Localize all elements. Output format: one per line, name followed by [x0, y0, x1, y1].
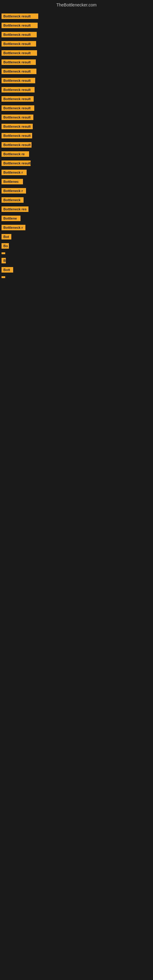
bar-label: Bottleneck result — [2, 142, 32, 148]
bar-label: Bottleneck result — [2, 105, 34, 111]
bar-row: Bott — [0, 265, 153, 274]
bar-label: Bottleneck r — [2, 188, 26, 194]
bar-row: Bottleneck — [0, 196, 153, 205]
bar-row: Bottleneck r — [0, 168, 153, 177]
bar-label: Bottleneck result — [2, 115, 33, 120]
bar-row: Bottleneck result — [0, 21, 153, 30]
bar-label: Bottleneck result — [2, 68, 37, 74]
bar-row: Bottleneck result — [0, 131, 153, 140]
bar-row: Bottleneck result — [0, 30, 153, 39]
bar-label — [2, 276, 5, 278]
bar-row: Bottleneck res — [0, 205, 153, 214]
bar-row — [0, 274, 153, 280]
bar-row: Bottleneck r — [0, 186, 153, 196]
bar-label: Bo — [2, 243, 9, 249]
bar-label: Bottleneck result — [2, 50, 37, 56]
bar-row: Bot — [0, 232, 153, 241]
bar-label: Bottleneck r — [2, 225, 26, 230]
bar-row: Bottleneck result — [0, 94, 153, 103]
bar-row: Bottleneck result — [0, 76, 153, 85]
bar-label: Bottleneck result — [2, 87, 35, 92]
bar-label: Bottleneck result — [2, 133, 32, 138]
bar-row: Bottleneck result — [0, 113, 153, 122]
bar-label: Bottleneck re — [2, 151, 29, 157]
bar-label: Bottleneck res — [2, 207, 29, 212]
bar-row: Bottleneck result — [0, 12, 153, 21]
bar-label: Bottleneck result — [2, 78, 35, 83]
bar-row: B — [0, 256, 153, 265]
bar-label — [2, 252, 5, 254]
site-header: TheBottlenecker.com — [0, 0, 153, 9]
bar-label: Bottleneck result — [2, 161, 30, 166]
bars-container: Bottleneck resultBottleneck resultBottle… — [0, 9, 153, 280]
bar-label: Bottlene — [2, 216, 21, 221]
bar-label: Bottleneck result — [2, 32, 37, 37]
bar-label: Bottleneck result — [2, 13, 38, 19]
bar-label: Bottleneck result — [2, 96, 33, 102]
bar-row: Bottleneck result — [0, 57, 153, 67]
bar-label: Bottleneck — [2, 197, 24, 203]
bar-label: Bottleneck result — [2, 41, 36, 46]
bar-label: Bot — [2, 234, 11, 240]
bar-label: Bottleneck result — [2, 124, 33, 129]
bar-row: Bottlenec — [0, 177, 153, 186]
bar-row: Bottleneck result — [0, 39, 153, 48]
bar-row: Bottleneck result — [0, 103, 153, 113]
bar-row: Bottlene — [0, 214, 153, 223]
bar-row: Bottleneck result — [0, 159, 153, 168]
bar-row: Bo — [0, 241, 153, 250]
bar-label: Bott — [2, 267, 13, 272]
bar-row: Bottleneck r — [0, 223, 153, 232]
bar-row — [0, 250, 153, 256]
bar-row: Bottleneck result — [0, 67, 153, 76]
bar-label: Bottleneck r — [2, 170, 27, 175]
bar-row: Bottleneck re — [0, 150, 153, 159]
bar-row: Bottleneck result — [0, 85, 153, 94]
bar-label: Bottleneck result — [2, 23, 38, 28]
bar-label: Bottleneck result — [2, 59, 36, 65]
bar-row: Bottleneck result — [0, 122, 153, 131]
bar-row: Bottleneck result — [0, 48, 153, 57]
bar-label: Bottlenec — [2, 179, 23, 185]
bar-row: Bottleneck result — [0, 140, 153, 150]
bar-label: B — [2, 258, 6, 263]
